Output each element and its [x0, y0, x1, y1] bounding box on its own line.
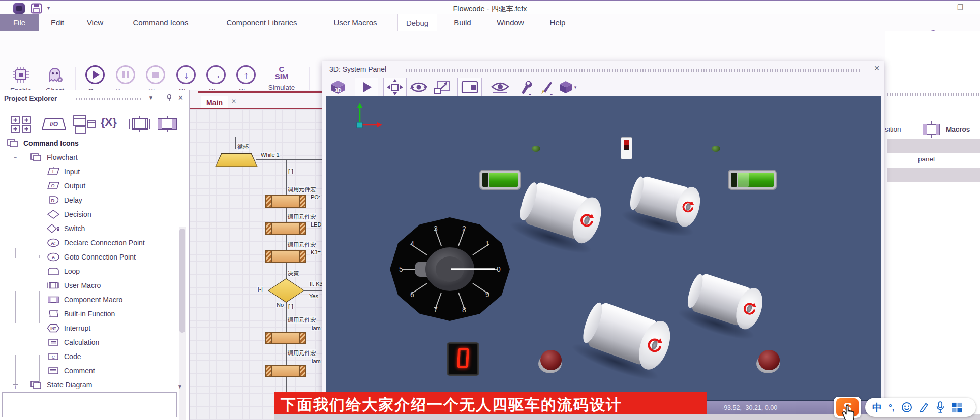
position-label-fragment[interactable]: sition [885, 125, 901, 133]
motor-rear-left[interactable] [580, 297, 677, 374]
component-macro-button[interactable] [156, 115, 179, 133]
led-bar-left[interactable] [479, 170, 521, 190]
menu-user-macros[interactable]: User Macros [324, 14, 386, 31]
3d-paint-button[interactable] [538, 78, 555, 97]
divider [885, 84, 980, 84]
menu-window[interactable]: Window [492, 14, 529, 31]
led-dot-left[interactable] [532, 146, 540, 152]
menu-help[interactable]: Help [545, 14, 570, 31]
menu-command-icons[interactable]: Command Icons [121, 14, 200, 31]
component-macro-icon [919, 121, 943, 138]
tree-item-declare-connection-point[interactable]: A:Declare Connection Point [47, 236, 145, 250]
property-value-panel[interactable]: panel [918, 155, 935, 163]
3d-orbit-button[interactable] [409, 78, 429, 97]
menu-component-libraries[interactable]: Component Libraries [213, 14, 310, 31]
tree-item-state-diagram[interactable]: State Diagram [29, 378, 92, 392]
keyboard-grid-icon[interactable] [952, 402, 962, 413]
panel-dropdown-icon[interactable]: ▼ [148, 95, 154, 101]
tree-item-delay[interactable]: DDelay [47, 193, 82, 207]
flow-macro5-label: 调用元件宏 [287, 349, 316, 357]
flow-loop-start-node[interactable] [215, 153, 258, 167]
3d-scene-viewport[interactable]: 0 1 2 3 4 5 6 7 8 9 [326, 96, 881, 401]
io-button[interactable]: I/O [41, 117, 67, 131]
tree-item-code[interactable]: CCode [47, 349, 81, 364]
collapse-toggle[interactable]: − [13, 155, 18, 160]
menu-file[interactable]: File [0, 14, 39, 31]
ime-lang-toggle[interactable]: 中 [872, 403, 882, 412]
grid-icons-button[interactable] [10, 115, 33, 133]
emoji-icon[interactable] [901, 402, 912, 413]
property-row[interactable] [887, 168, 980, 182]
tree-item-component-macro[interactable]: Component Macro [47, 293, 122, 307]
explorer-scrollbar[interactable] [179, 227, 186, 420]
ime-punct-toggle[interactable]: °, [889, 403, 895, 412]
led-dot-right[interactable] [712, 146, 720, 152]
3d-resize-button[interactable] [432, 78, 452, 97]
menu-build[interactable]: Build [447, 14, 478, 31]
restore-button[interactable]: ❐ [954, 3, 967, 11]
macros-label[interactable]: Macros [946, 125, 970, 133]
ime-bar: 中 °, [865, 398, 976, 417]
3d-visibility-button[interactable] [489, 78, 511, 97]
tree-item-command-icons[interactable]: Command Icons [6, 136, 79, 150]
panel-close-icon[interactable]: ✕ [178, 94, 183, 102]
3d-clip-button[interactable] [457, 78, 482, 97]
microphone-icon[interactable] [936, 401, 945, 413]
tab-close-icon[interactable]: ✕ [231, 98, 236, 105]
expand-toggle[interactable]: + [13, 384, 18, 390]
windows-button[interactable] [72, 115, 97, 134]
3d-cube-button[interactable]: ▾ [557, 78, 577, 97]
menu-view[interactable]: View [83, 14, 107, 31]
menu-debug[interactable]: Debug [397, 14, 437, 31]
menu-edit[interactable]: Edit [46, 14, 69, 31]
push-button-right[interactable] [758, 350, 780, 370]
3d-panel-close-icon[interactable]: ✕ [872, 64, 881, 73]
project-explorer-panel: Project Explorer ▼ ✕ I/O {X} Command Ico… [0, 90, 190, 420]
ghost-icon [45, 65, 65, 84]
handwriting-icon[interactable] [919, 402, 929, 413]
tree-item-output[interactable]: OOutput [47, 179, 85, 193]
3d-pan-button[interactable] [383, 78, 407, 97]
motor-front-right[interactable] [629, 172, 705, 230]
variables-button[interactable]: {X} [101, 116, 117, 129]
tree-item-goto-connection-point[interactable]: AGoto Connection Point [47, 250, 136, 264]
flow-macro4-node[interactable] [265, 332, 306, 344]
flow-macro2-node[interactable] [265, 222, 306, 235]
rotary-switch-dial[interactable]: 0 1 2 3 4 5 6 7 8 9 [386, 216, 513, 325]
tree-item-user-macro[interactable]: User Macro [47, 278, 101, 293]
scroll-down-icon[interactable]: ▼ [177, 384, 182, 390]
tree-item-loop[interactable]: Loop [47, 264, 80, 278]
subtitle-banner: 下面我们给大家介绍一个无人四驱车的流码设计 [274, 392, 707, 414]
tree-item-calculation[interactable]: Calculation [47, 335, 99, 349]
3d-system-panel-window[interactable]: 3D: System Panel ✕ 3D ▾ [322, 61, 884, 419]
tree-item-interrupt[interactable]: INTInterrupt [47, 321, 90, 335]
user-macro-button[interactable] [128, 115, 151, 133]
motor-rear-right[interactable] [685, 269, 768, 333]
tree-item-decision[interactable]: Decision [47, 207, 91, 221]
led-bar-right[interactable] [728, 170, 777, 190]
tree-item-input[interactable]: IInput [47, 165, 80, 179]
flow-connector-line [235, 137, 236, 149]
tree-item-comment[interactable]: Comment [47, 364, 95, 378]
pin-icon[interactable] [166, 94, 173, 102]
flow-macro5-node[interactable] [265, 365, 306, 377]
switch-widget[interactable] [621, 137, 632, 159]
property-row[interactable] [887, 139, 980, 153]
flow-macro3-node[interactable] [265, 250, 306, 263]
3d-play-button[interactable] [355, 78, 378, 97]
seven-segment-display[interactable] [447, 342, 479, 376]
push-button-left[interactable] [540, 350, 562, 370]
tree-item-switch[interactable]: Switch [47, 221, 85, 236]
flow-macro1-node[interactable] [265, 195, 306, 208]
scrollbar-thumb[interactable] [179, 229, 185, 333]
flow-connector2: [-] [288, 303, 294, 309]
dial-number: 0 [497, 265, 501, 273]
step-into-icon: ↓ [176, 65, 196, 84]
tree-item-flowchart[interactable]: Flowchart [29, 150, 78, 165]
tree-guide [40, 172, 46, 172]
dial-number: 5 [399, 265, 403, 273]
minimize-button[interactable]: — [935, 3, 948, 11]
motor-front-left[interactable] [518, 177, 606, 247]
3d-tool-wrench-button[interactable] [516, 78, 534, 97]
tree-item-built-in-function[interactable]: Built-in Function [47, 307, 115, 321]
